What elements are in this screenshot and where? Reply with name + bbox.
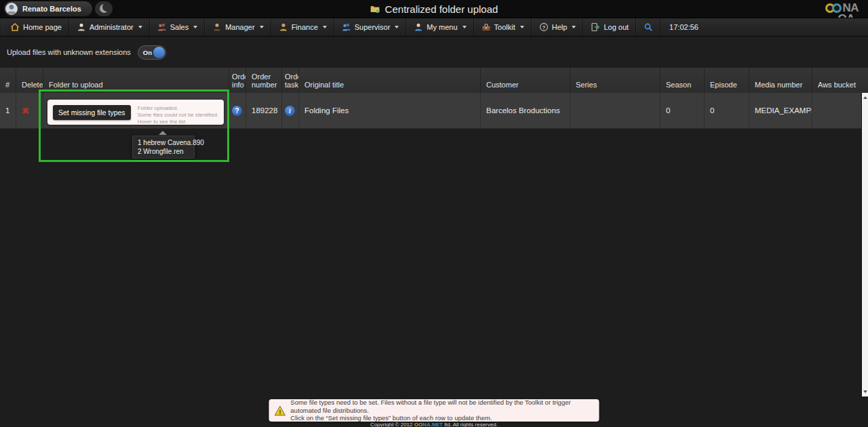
person-manager-icon bbox=[212, 22, 222, 32]
unknown-extensions-label: Upload files with unknown extensions bbox=[7, 48, 131, 56]
col-filler bbox=[861, 68, 868, 93]
footer-copyright: Copyright © 2012 OONA.NET ltd. All right… bbox=[0, 422, 868, 427]
chevron-down-icon bbox=[520, 26, 524, 28]
menu-label: Help bbox=[552, 23, 568, 31]
page-title: Centralized folder upload bbox=[0, 0, 868, 18]
cell-media-number: MEDIA_EXAMPLE1 bbox=[749, 93, 812, 128]
notification-bar: ! Some file types need to be set. Files … bbox=[269, 399, 599, 422]
search-button[interactable] bbox=[636, 18, 660, 36]
menu-label: Manager bbox=[225, 23, 254, 31]
cell-order-number: 189228 bbox=[245, 93, 281, 128]
top-bar: Renato Barcelos Centralized folder uploa… bbox=[0, 0, 868, 18]
cell-original-title: Folding Files bbox=[298, 93, 480, 128]
people-supervisor-icon bbox=[342, 22, 351, 32]
menu-label: Home page bbox=[23, 23, 62, 31]
status-line: Some files could not be identified. bbox=[138, 112, 219, 119]
cell-episode: 0 bbox=[704, 93, 749, 128]
chevron-down-icon bbox=[462, 26, 467, 28]
delete-icon[interactable]: ✖ bbox=[22, 106, 29, 115]
vertical-scrollbar[interactable] bbox=[861, 93, 868, 396]
svg-text:!: ! bbox=[279, 408, 281, 415]
set-missing-file-types-button[interactable]: Set missing file types bbox=[53, 105, 131, 120]
status-line: Folder uploaded. bbox=[138, 105, 219, 112]
menu-label: Finance bbox=[292, 23, 318, 31]
menu-toolkit[interactable]: Toolkit bbox=[474, 18, 532, 36]
person-finance-icon bbox=[279, 22, 288, 32]
col-episode: Episode bbox=[704, 68, 749, 93]
status-line: Hover to see the list. bbox=[138, 119, 219, 125]
menu-label: Log out bbox=[604, 23, 629, 31]
menu-label: Administrator bbox=[90, 23, 134, 31]
brand-name-teal: NA.NET bbox=[422, 422, 443, 427]
col-aws-bucket: Aws bucket bbox=[812, 68, 861, 93]
warning-icon: ! bbox=[275, 405, 286, 417]
cell-series bbox=[570, 93, 660, 128]
upload-options-row: Upload files with unknown extensions On bbox=[0, 37, 868, 68]
cell-aws-bucket bbox=[812, 93, 861, 128]
menu-sales[interactable]: Sales bbox=[150, 18, 205, 36]
col-media-number: Media number bbox=[749, 68, 812, 93]
people-sales-icon bbox=[157, 22, 167, 32]
menu-label: Toolkit bbox=[494, 23, 515, 31]
home-icon bbox=[10, 22, 20, 32]
scroll-up-icon[interactable] bbox=[863, 96, 867, 99]
copyright-prefix: Copyright © 2012 bbox=[370, 422, 414, 427]
cell-delete: ✖ bbox=[16, 93, 43, 128]
unidentified-files-tooltip: 1 hebrew Cavena.890 2 Wrongfile.ren bbox=[132, 136, 195, 159]
notification-line: Some file types need to be set. Files wi… bbox=[290, 399, 593, 414]
cell-order-info: ? bbox=[229, 93, 245, 128]
person-admin-icon bbox=[77, 22, 86, 32]
toggle-state-label: On bbox=[143, 49, 152, 56]
col-order-number: Order number bbox=[245, 68, 281, 93]
file-list-item: 1 hebrew Cavena.890 bbox=[138, 138, 189, 147]
cell-season: 0 bbox=[660, 93, 704, 128]
menu-log-out[interactable]: Log out bbox=[583, 18, 636, 36]
menu-finance[interactable]: Finance bbox=[271, 18, 334, 36]
svg-text:?: ? bbox=[542, 24, 545, 30]
chevron-down-icon bbox=[138, 26, 142, 28]
cell-index: 1 bbox=[0, 93, 16, 128]
scroll-down-icon[interactable] bbox=[863, 390, 867, 393]
copyright-suffix: ltd. All rights reserved. bbox=[443, 422, 498, 427]
col-index: # bbox=[0, 68, 16, 93]
search-icon bbox=[644, 22, 653, 32]
col-season: Season bbox=[660, 68, 704, 93]
menu-administrator[interactable]: Administrator bbox=[69, 18, 150, 36]
clock: 17:02:56 bbox=[660, 18, 707, 36]
chevron-down-icon bbox=[260, 26, 264, 28]
file-list-item: 2 Wrongfile.ren bbox=[138, 147, 189, 156]
chevron-down-icon bbox=[193, 26, 197, 28]
menu-help[interactable]: ? Help bbox=[532, 18, 584, 36]
col-order-info: Orde info bbox=[229, 68, 245, 93]
table-header: # Delete Folder to upload Orde info Orde… bbox=[0, 68, 868, 93]
menu-my-menu[interactable]: My menu bbox=[406, 18, 473, 36]
cell-order-tasks: i bbox=[281, 93, 298, 128]
toolkit-icon bbox=[481, 22, 491, 32]
upload-status-text: Folder uploaded. Some files could not be… bbox=[138, 100, 219, 125]
logout-icon bbox=[591, 22, 600, 32]
notification-text: Some file types need to be set. Files wi… bbox=[290, 399, 593, 422]
page-title-text: Centralized folder upload bbox=[385, 3, 498, 15]
unknown-extensions-toggle[interactable]: On bbox=[138, 45, 166, 60]
help-icon: ? bbox=[539, 22, 549, 32]
menu-label: Sales bbox=[170, 23, 189, 31]
menu-label: My menu bbox=[427, 23, 457, 31]
menu-supervisor[interactable]: Supervisor bbox=[334, 18, 407, 36]
col-series: Series bbox=[570, 68, 660, 93]
menu-label: Supervisor bbox=[355, 23, 391, 31]
folder-upload-icon bbox=[370, 4, 380, 14]
menu-manager[interactable]: Manager bbox=[205, 18, 271, 36]
chevron-down-icon bbox=[572, 26, 576, 28]
brand-name-yellow: OO bbox=[414, 422, 422, 427]
order-tasks-icon[interactable]: i bbox=[285, 106, 295, 116]
chevron-down-icon bbox=[395, 26, 399, 28]
col-delete: Delete bbox=[16, 68, 43, 93]
col-folder-to-upload: Folder to upload bbox=[43, 68, 229, 93]
col-order-tasks: Orde tasks bbox=[281, 68, 298, 93]
order-info-icon[interactable]: ? bbox=[232, 106, 242, 116]
col-customer: Customer bbox=[480, 68, 570, 93]
tooltip-caret-icon bbox=[159, 131, 167, 135]
menu-home-page[interactable]: Home page bbox=[3, 18, 69, 36]
person-mymenu-icon bbox=[414, 22, 423, 32]
upload-status-panel: Set missing file types Folder uploaded. … bbox=[47, 100, 224, 125]
